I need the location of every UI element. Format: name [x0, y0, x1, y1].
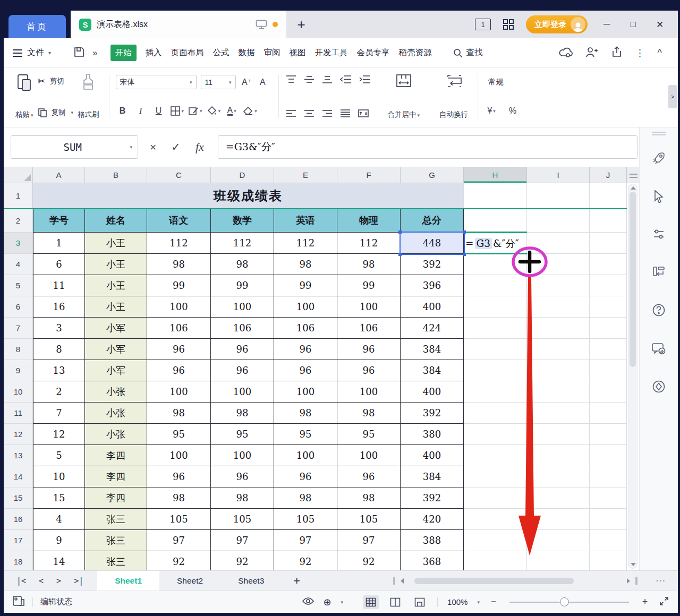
data-cell[interactable]: 98: [147, 254, 211, 275]
prev-sheet-button[interactable]: <: [39, 576, 44, 586]
fill-color-button[interactable]: ▾: [207, 104, 221, 118]
data-cell[interactable]: 98: [274, 254, 337, 275]
cell[interactable]: [464, 466, 527, 487]
row-number-3[interactable]: 3: [4, 233, 33, 254]
data-cell[interactable]: 99: [337, 275, 401, 296]
feedback-icon[interactable]: [651, 341, 666, 357]
column-header-G[interactable]: G: [401, 167, 464, 183]
data-cell[interactable]: 16: [33, 296, 85, 318]
cell[interactable]: [590, 339, 627, 360]
align-top-button[interactable]: [285, 75, 297, 84]
cursor-select-icon[interactable]: [652, 190, 665, 206]
data-cell[interactable]: 106: [274, 318, 337, 339]
cell[interactable]: [464, 445, 527, 466]
paste-button[interactable]: 粘贴▾: [12, 72, 37, 121]
data-cell[interactable]: 98: [211, 403, 274, 424]
cell[interactable]: [590, 424, 627, 445]
row-number-15[interactable]: 15: [4, 487, 33, 509]
borders-button[interactable]: ▾: [170, 104, 184, 118]
row-number-7[interactable]: 7: [4, 318, 33, 339]
apps-grid-icon[interactable]: [503, 19, 514, 30]
data-cell[interactable]: 7: [33, 403, 85, 424]
row-number-8[interactable]: 8: [4, 339, 33, 360]
data-cell[interactable]: 98: [211, 254, 274, 275]
data-cell[interactable]: 张三: [85, 551, 147, 570]
tab-membership[interactable]: 会员专享: [357, 47, 390, 58]
data-cell[interactable]: 112: [211, 233, 274, 254]
data-cell[interactable]: 96: [147, 360, 211, 381]
data-cell[interactable]: 小王: [85, 275, 147, 296]
zoom-in-button[interactable]: +: [640, 596, 650, 608]
data-cell[interactable]: 424: [401, 318, 464, 339]
eraser-button[interactable]: ▾: [243, 104, 257, 118]
row-number-2[interactable]: 2: [4, 209, 33, 233]
cell[interactable]: [464, 296, 527, 318]
cell[interactable]: [464, 551, 527, 570]
data-cell[interactable]: 96: [211, 360, 274, 381]
data-cell[interactable]: 96: [211, 339, 274, 360]
cell[interactable]: [527, 296, 590, 318]
data-cell[interactable]: 392: [401, 487, 464, 509]
vertical-scroll-thumb[interactable]: [630, 192, 636, 367]
data-cell[interactable]: 100: [147, 296, 211, 318]
cell[interactable]: [527, 183, 590, 209]
data-cell[interactable]: 11: [33, 275, 85, 296]
data-cell[interactable]: 92: [337, 551, 401, 570]
data-cell[interactable]: 小张: [85, 424, 147, 445]
data-cell[interactable]: 李四: [85, 445, 147, 466]
cell[interactable]: [590, 233, 627, 254]
row-number-18[interactable]: 18: [4, 551, 33, 570]
decrease-font-button[interactable]: A⁻: [258, 75, 272, 89]
align-middle-button[interactable]: [303, 75, 315, 84]
data-cell[interactable]: 388: [401, 530, 464, 551]
fullscreen-icon[interactable]: [659, 596, 669, 609]
data-cell[interactable]: 448: [401, 233, 464, 254]
cell[interactable]: [590, 360, 627, 381]
data-cell[interactable]: 100: [274, 296, 337, 318]
align-left-button[interactable]: [285, 109, 297, 118]
cell[interactable]: [464, 381, 527, 403]
data-cell[interactable]: 98: [337, 487, 401, 509]
cell[interactable]: [590, 209, 627, 233]
sheet-tab-sheet1[interactable]: Sheet1: [97, 571, 159, 591]
cell[interactable]: [590, 254, 627, 275]
minimize-button[interactable]: ─: [599, 19, 614, 30]
data-cell[interactable]: 99: [211, 275, 274, 296]
column-header-D[interactable]: D: [211, 167, 274, 183]
data-cell[interactable]: 14: [33, 551, 85, 570]
window-switch-icon[interactable]: 1: [475, 19, 491, 30]
data-cell[interactable]: 小军: [85, 318, 147, 339]
document-convert-icon[interactable]: [652, 265, 666, 281]
data-cell[interactable]: 99: [274, 275, 337, 296]
more-quick-actions-button[interactable]: »: [92, 48, 97, 58]
data-cell[interactable]: 4: [33, 509, 85, 530]
decrease-indent-button[interactable]: [339, 75, 352, 84]
data-cell[interactable]: 92: [274, 551, 337, 570]
data-cell[interactable]: 15: [33, 487, 85, 509]
toolbar-expand-button[interactable]: >: [668, 85, 677, 108]
italic-button[interactable]: I: [134, 104, 148, 118]
selection-target-icon[interactable]: ⊕: [323, 596, 331, 608]
data-cell[interactable]: 392: [401, 403, 464, 424]
macro-record-icon[interactable]: [12, 595, 25, 609]
data-cell[interactable]: 400: [401, 381, 464, 403]
name-box[interactable]: SUM ▾: [11, 135, 138, 159]
cell[interactable]: [527, 551, 590, 570]
data-cell[interactable]: 96: [274, 360, 337, 381]
cell[interactable]: [527, 466, 590, 487]
data-cell[interactable]: 小军: [85, 360, 147, 381]
data-cell[interactable]: 96: [337, 339, 401, 360]
data-cell[interactable]: 384: [401, 339, 464, 360]
cell[interactable]: [464, 183, 527, 209]
text-orientation-button[interactable]: [358, 109, 369, 118]
premium-badge-icon[interactable]: [652, 380, 666, 396]
formula-input[interactable]: =G3&″分″: [218, 135, 638, 159]
data-cell[interactable]: 96: [211, 466, 274, 487]
data-cell[interactable]: 96: [337, 466, 401, 487]
cell[interactable]: [464, 360, 527, 381]
row-number-1[interactable]: 1: [4, 183, 33, 209]
settings-sliders-icon[interactable]: [652, 228, 665, 243]
tab-review[interactable]: 审阅: [264, 47, 280, 58]
cell-style-button[interactable]: ▾: [188, 104, 202, 118]
confirm-entry-button[interactable]: ✓: [171, 141, 181, 153]
